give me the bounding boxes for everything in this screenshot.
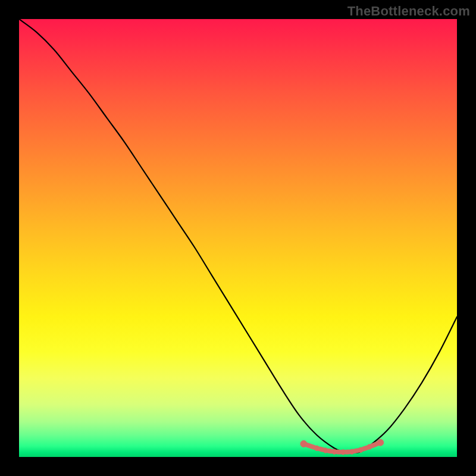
marker-dash: [320, 449, 322, 449]
marker-dash: [306, 445, 314, 447]
curve-layer: [19, 19, 457, 457]
watermark-text: TheBottleneck.com: [347, 4, 470, 19]
marker-dash: [372, 444, 377, 446]
plot-area: [19, 19, 457, 457]
bottleneck-curve: [19, 19, 457, 453]
marker-dash: [364, 448, 367, 449]
marker-dash: [355, 450, 358, 451]
marker-dash: [328, 451, 331, 452]
optimal-range-markers: [300, 439, 384, 455]
chart-stage: TheBottleneck.com: [0, 0, 476, 476]
